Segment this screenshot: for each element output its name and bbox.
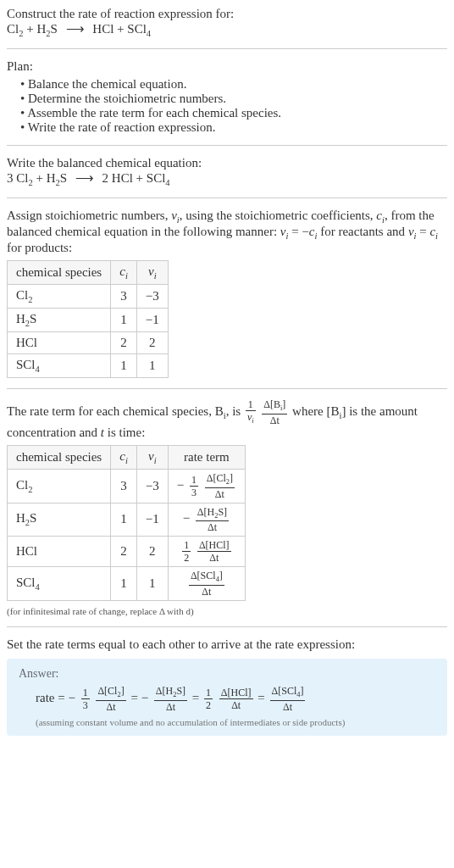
rate-term-table: chemical species ci νi rate term Cl2 3 −… (7, 445, 246, 601)
table-row: HCl 2 2 (8, 332, 169, 354)
divider (7, 198, 447, 198)
final-section: Set the rate terms equal to each other t… (7, 637, 447, 736)
arrow-icon: ⟶ (61, 22, 90, 36)
col-c: ci (111, 261, 137, 285)
arrow-icon: ⟶ (70, 171, 99, 185)
table-row: HCl 2 2 12 Δ[HCl]Δt (8, 537, 246, 567)
table-row: Cl2 3 −3 (8, 285, 169, 309)
balanced-heading: Write the balanced chemical equation: (7, 156, 447, 170)
eq-lhs: Cl2 + H2S (7, 22, 61, 36)
col-nu: νi (136, 445, 168, 469)
stoich-section: Assign stoichiometric numbers, νi, using… (7, 209, 447, 378)
table-row: H2S 1 −1 (8, 309, 169, 332)
intro-equation: Cl2 + H2S ⟶ HCl + SCl4 (7, 21, 447, 38)
plan-section: Plan: Balance the chemical equation. Det… (7, 59, 447, 135)
table-row: H2S 1 −1 − Δ[H2S]Δt (8, 503, 246, 537)
intro-section: Construct the rate of reaction expressio… (7, 7, 447, 38)
rate-expression: rate = − 13 Δ[Cl2]Δt = − Δ[H2S]Δt = 12 Δ… (36, 686, 435, 712)
eq-rhs: HCl + SCl4 (92, 22, 151, 36)
plan-step: Determine the stoichiometric numbers. (20, 92, 447, 106)
rate-term-text: The rate term for each chemical species,… (7, 399, 447, 440)
col-nu: νi (136, 261, 168, 285)
fraction: 1 νi (246, 399, 256, 426)
divider (7, 626, 447, 627)
plan-step: Write the rate of reaction expression. (20, 120, 447, 135)
balanced-equation: 3 Cl2 + H2S ⟶ 2 HCl + SCl4 (7, 170, 447, 187)
table-row: SCl4 1 1 Δ[SCl4]Δt (8, 567, 246, 601)
balanced-section: Write the balanced chemical equation: 3 … (7, 156, 447, 187)
fraction: Δ[Bi] Δt (262, 399, 287, 426)
answer-label: Answer: (19, 667, 435, 681)
plan-heading: Plan: (7, 59, 447, 74)
stoich-table: chemical species ci νi Cl2 3 −3 H2S 1 −1… (7, 260, 169, 378)
infinitesimal-note: (for infinitesimal rate of change, repla… (7, 606, 447, 616)
divider (7, 48, 447, 49)
answer-box: Answer: rate = − 13 Δ[Cl2]Δt = − Δ[H2S]Δ… (7, 659, 447, 736)
col-rate-term: rate term (168, 445, 245, 469)
divider (7, 145, 447, 146)
table-header-row: chemical species ci νi rate term (8, 445, 246, 469)
col-species: chemical species (8, 445, 111, 469)
divider (7, 388, 447, 389)
final-heading: Set the rate terms equal to each other t… (7, 637, 447, 652)
table-row: Cl2 3 −3 − 13 Δ[Cl2]Δt (8, 469, 246, 503)
table-row: SCl4 1 1 (8, 354, 169, 378)
intro-prompt: Construct the rate of reaction expressio… (7, 7, 447, 21)
plan-list: Balance the chemical equation. Determine… (7, 77, 447, 135)
plan-step: Assemble the rate term for each chemical… (20, 106, 447, 120)
stoich-text: Assign stoichiometric numbers, νi, using… (7, 209, 447, 255)
rate-term-section: The rate term for each chemical species,… (7, 399, 447, 616)
assumption-note: (assuming constant volume and no accumul… (36, 717, 435, 727)
plan-step: Balance the chemical equation. (20, 77, 447, 92)
table-header-row: chemical species ci νi (8, 261, 169, 285)
col-species: chemical species (8, 261, 111, 285)
col-c: ci (111, 445, 137, 469)
